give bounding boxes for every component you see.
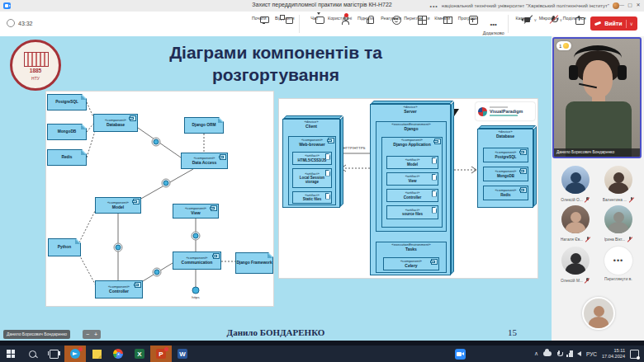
artifact-model: «artifact»Model <box>386 156 438 169</box>
chrome-icon <box>113 349 123 359</box>
mic-muted-icon <box>585 196 590 203</box>
component-icon <box>520 149 527 155</box>
toolbar-divider <box>508 15 509 33</box>
taskbar-app-zoom[interactable] <box>449 346 471 362</box>
window-titlebar: Захист переддипломної практики магістрів… <box>0 0 644 12</box>
tray-mic-icon[interactable] <box>556 350 561 358</box>
artifact-icon <box>325 170 331 176</box>
maximize-button[interactable]: ▢ <box>626 0 634 11</box>
component-icon <box>434 139 441 144</box>
mic-button[interactable]: ∨ Мікрофон <box>536 12 561 21</box>
titlebar-more-icon[interactable]: ••• <box>429 3 438 9</box>
deployment-diagram-panel: «device»Client «component»Web-browser «a… <box>278 98 538 279</box>
view-all-participants[interactable]: ••• Переглянути в... <box>599 247 637 281</box>
app-window: Захист переддипломної практики магістрів… <box>0 0 644 362</box>
avatar <box>604 166 632 194</box>
participant-tile[interactable] <box>582 297 615 330</box>
rooms-button[interactable]: Кімнати <box>429 12 455 21</box>
component-celery: «component»Celery <box>383 257 439 270</box>
participant-tile[interactable]: Валентина ... <box>599 166 637 203</box>
component-django-application: «component»Django Application «artifact»… <box>381 137 443 228</box>
reaction-badge: 1 <box>556 41 571 50</box>
note-django-framework: Django Framework <box>235 252 273 274</box>
word-icon: W <box>178 349 187 359</box>
taskbar-app-excel[interactable]: X <box>129 346 150 362</box>
participants-sidebar: 1 Данило Борисович Бондаренко Олексій О.… <box>552 36 644 341</box>
zoom-meeting-icon <box>455 349 466 360</box>
leave-button[interactable]: Вийти ∨ <box>590 16 637 31</box>
start-button[interactable]: Почати <box>246 12 272 21</box>
slide-title: Діаграми компонентів та розгортування <box>50 41 502 87</box>
taskbar-app-powerpoint[interactable]: P <box>150 346 172 362</box>
environment-django: «executionEnvironment»Django «component»… <box>376 121 447 232</box>
component-icon <box>135 282 141 288</box>
participants-button[interactable]: Користувачі <box>327 12 353 21</box>
action-center-icon[interactable] <box>630 350 639 359</box>
meeting-toolbar: 43:32 Почати Відділити Чат Користувачі <box>0 12 644 37</box>
link-label-http: HTTP/HTTPS <box>337 146 372 150</box>
taskbar-app-notes[interactable] <box>86 346 107 362</box>
node-database: «device»Database «component»PostgreSQL «… <box>477 129 533 208</box>
close-button[interactable]: ✕ <box>634 0 642 11</box>
zoom-in-button[interactable]: + <box>94 330 97 339</box>
component-database: «component»Database <box>93 114 138 132</box>
detach-button[interactable]: Відділити <box>272 12 297 21</box>
recording-indicator[interactable]: 43:32 <box>7 19 33 27</box>
volume-icon[interactable] <box>577 351 581 356</box>
presentation-slide: 1885 НТУ Діаграми компонентів та розгорт… <box>0 36 552 341</box>
avatar <box>561 247 590 275</box>
start-button[interactable] <box>0 346 21 362</box>
participant-tile[interactable]: Ірина Вікт... <box>599 205 637 242</box>
apps-button[interactable]: Програми <box>455 12 481 21</box>
more-participants-icon[interactable]: ••• <box>604 247 632 275</box>
taskbar-app-chrome[interactable] <box>107 346 129 362</box>
taskbar-app-telegram[interactable] <box>64 346 86 362</box>
speaker-name-label: Данило Борисович Бондаренко <box>554 148 640 157</box>
headphones-icon <box>574 45 622 70</box>
component-view: «component»View <box>173 204 219 219</box>
taskbar-app-word[interactable]: W <box>172 346 193 362</box>
mic-muted-icon <box>628 196 634 203</box>
artifact-icon <box>325 153 331 160</box>
artifact-source-files: «artifact»source files <box>386 205 438 219</box>
view-button[interactable]: Переглянути <box>404 12 429 21</box>
tray-date: 17.04.2024 <box>602 354 625 359</box>
artifact-icon <box>325 193 331 200</box>
windows-logo-icon <box>7 350 15 358</box>
participant-tile[interactable]: Олексій О... <box>556 166 594 203</box>
component-icon <box>431 259 438 265</box>
component-icon <box>133 199 140 205</box>
notification-dot <box>78 347 83 351</box>
avatar <box>582 297 615 330</box>
note-mongodb: MongoDB <box>47 124 87 140</box>
zoom-controls: − + <box>83 330 101 339</box>
onedrive-icon[interactable] <box>543 351 552 356</box>
participant-tile[interactable]: Олексій М... <box>556 247 594 284</box>
component-controller: «component»Controller <box>95 280 143 299</box>
mouse-cursor <box>454 109 459 116</box>
share-button[interactable]: Поділитися <box>561 12 587 21</box>
tray-chevron-icon[interactable]: ∧ <box>534 350 538 357</box>
search-button[interactable] <box>21 346 43 362</box>
raise-hand-button[interactable]: Підняти <box>353 12 378 21</box>
chat-button[interactable]: Чат <box>301 12 327 21</box>
artifact-icon <box>432 190 438 197</box>
seal-building-icon <box>24 52 49 67</box>
clock[interactable]: 15:11 17.04.2024 <box>602 348 625 360</box>
active-speaker-video[interactable]: 1 Данило Борисович Бондаренко <box>552 37 642 158</box>
component-icon <box>220 154 226 160</box>
minimize-button[interactable]: — <box>618 0 626 11</box>
zoom-out-button[interactable]: − <box>86 330 89 339</box>
artifact-icon <box>432 174 438 181</box>
camera-button[interactable]: ∨ Камера <box>510 12 536 21</box>
language-label[interactable]: РУС <box>586 351 597 357</box>
excel-icon: X <box>135 349 144 359</box>
artifact-static-files: «artifact»Static files <box>292 191 332 204</box>
leave-chevron-icon[interactable]: ∨ <box>626 20 633 28</box>
participant-tile[interactable]: Наталя Єв... <box>556 205 594 242</box>
react-button[interactable]: Реагувати <box>378 12 404 21</box>
artifact-view: «artifact»View <box>386 172 438 186</box>
visual-paradigm-logo-icon <box>478 107 487 116</box>
task-view-button[interactable] <box>43 346 64 362</box>
more-button[interactable]: ••• Додатково <box>481 12 506 35</box>
